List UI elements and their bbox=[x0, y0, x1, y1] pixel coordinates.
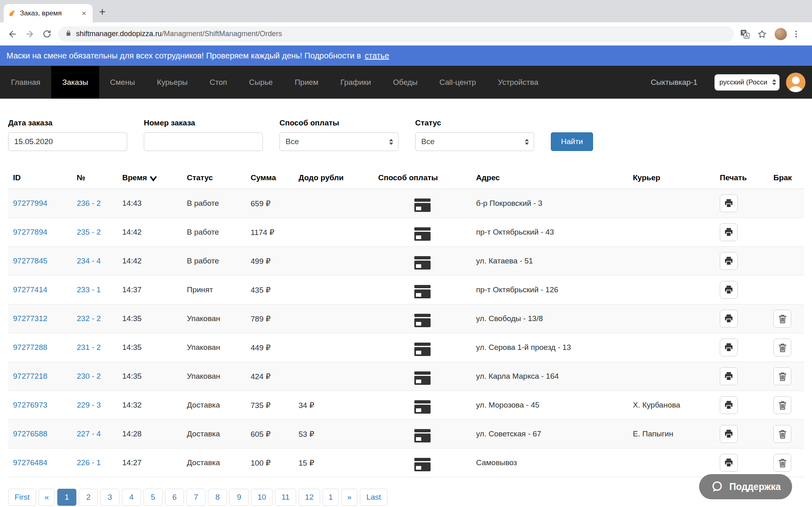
nav-item-0[interactable]: Главная bbox=[0, 66, 51, 99]
nav-item-2[interactable]: Смены bbox=[99, 66, 146, 99]
defect-trash-button[interactable] bbox=[773, 310, 791, 328]
header-time[interactable]: Время bbox=[117, 173, 182, 189]
order-number-link[interactable]: 231 - 2 bbox=[77, 343, 101, 352]
page-button-11[interactable]: 11 bbox=[275, 489, 296, 506]
bookmark-star-icon[interactable] bbox=[755, 27, 769, 41]
page-button-10[interactable]: 10 bbox=[251, 489, 273, 506]
order-id-link[interactable]: 97276588 bbox=[13, 429, 48, 438]
page-button-First[interactable]: First bbox=[8, 489, 36, 506]
order-number-link[interactable]: 226 - 1 bbox=[77, 458, 101, 467]
url-bar[interactable]: shiftmanager.dodopizza.ru/Managment/Shif… bbox=[58, 26, 734, 42]
status-select[interactable]: Все bbox=[415, 132, 534, 151]
nav-item-9[interactable]: Call-центр bbox=[429, 66, 487, 99]
order-number-link[interactable]: 234 - 4 bbox=[77, 257, 101, 265]
print-button[interactable] bbox=[720, 223, 738, 241]
order-id-link[interactable]: 97277994 bbox=[13, 199, 48, 207]
order-id-link[interactable]: 97277845 bbox=[13, 257, 48, 265]
select-steppers-icon bbox=[389, 139, 393, 145]
order-id-link[interactable]: 97276973 bbox=[13, 401, 48, 409]
new-tab-button[interactable]: + bbox=[99, 6, 106, 17]
print-button[interactable] bbox=[720, 339, 738, 356]
page-button-8[interactable]: 8 bbox=[208, 489, 227, 506]
print-button[interactable] bbox=[720, 367, 738, 385]
page-button-1[interactable]: 1 bbox=[57, 489, 76, 506]
page-button-12[interactable]: 12 bbox=[299, 489, 320, 506]
order-number-link[interactable]: 230 - 2 bbox=[77, 372, 101, 380]
browser-menu-icon[interactable] bbox=[789, 27, 803, 41]
order-dodo-rubles bbox=[294, 304, 373, 333]
nav-item-8[interactable]: Обеды bbox=[382, 66, 428, 99]
nav-item-6[interactable]: Прием bbox=[284, 66, 329, 99]
card-payment-icon bbox=[414, 429, 431, 442]
card-payment-icon bbox=[414, 371, 431, 385]
card-payment-icon bbox=[414, 343, 431, 356]
order-time: 14:32 bbox=[117, 391, 182, 420]
unit-name: Сыктывкар-1 bbox=[651, 78, 697, 87]
page-button-x[interactable]: « bbox=[39, 489, 55, 506]
order-id-link[interactable]: 97277894 bbox=[13, 228, 48, 236]
order-id-link[interactable]: 97277312 bbox=[13, 314, 48, 323]
order-number-link[interactable]: 235 - 2 bbox=[77, 228, 101, 236]
order-courier bbox=[628, 449, 715, 477]
print-button[interactable] bbox=[720, 194, 738, 212]
defect-trash-button[interactable] bbox=[773, 425, 791, 443]
order-dodo-rubles: 34 ₽ bbox=[294, 391, 373, 420]
order-address: ул. Катаева - 51 bbox=[471, 247, 628, 276]
order-number-link[interactable]: 233 - 1 bbox=[77, 285, 101, 294]
defect-trash-button[interactable] bbox=[773, 396, 791, 414]
nav-item-4[interactable]: Стоп bbox=[199, 66, 238, 99]
order-time: 14:35 bbox=[117, 304, 182, 333]
tab-close-icon[interactable]: × bbox=[80, 9, 88, 18]
order-status: В работе bbox=[182, 218, 246, 247]
browser-profile-avatar[interactable] bbox=[775, 28, 787, 40]
page-button-Last[interactable]: Last bbox=[360, 489, 388, 506]
order-id-link[interactable]: 97277218 bbox=[13, 372, 48, 380]
page-button-x[interactable]: » bbox=[341, 489, 357, 506]
order-sum: 449 ₽ bbox=[246, 333, 294, 362]
print-button[interactable] bbox=[720, 396, 738, 414]
nav-item-1[interactable]: Заказы bbox=[51, 66, 99, 99]
order-number-link[interactable]: 227 - 4 bbox=[77, 429, 101, 438]
order-date-input[interactable] bbox=[8, 132, 127, 151]
nav-item-10[interactable]: Устройства bbox=[487, 66, 549, 99]
defect-trash-button[interactable] bbox=[773, 367, 791, 385]
payment-method-select[interactable]: Все bbox=[279, 132, 398, 151]
order-number-link[interactable]: 229 - 3 bbox=[77, 401, 101, 409]
support-button[interactable]: Поддержка bbox=[699, 474, 792, 499]
page-button-9[interactable]: 9 bbox=[230, 489, 249, 506]
order-id-link[interactable]: 97277414 bbox=[13, 285, 48, 294]
nav-item-3[interactable]: Курьеры bbox=[146, 66, 199, 99]
order-id-link[interactable]: 97276484 bbox=[13, 458, 48, 467]
print-button[interactable] bbox=[720, 252, 738, 270]
banner-article-link[interactable]: статье bbox=[365, 51, 389, 60]
card-payment-icon bbox=[414, 285, 431, 298]
nav-item-5[interactable]: Сырье bbox=[238, 66, 284, 99]
page-button-3[interactable]: 3 bbox=[100, 489, 119, 506]
translate-icon[interactable] bbox=[738, 27, 752, 41]
page-button-6[interactable]: 6 bbox=[165, 489, 184, 506]
defect-trash-button[interactable] bbox=[773, 339, 791, 356]
print-button[interactable] bbox=[720, 425, 738, 443]
defect-trash-button[interactable] bbox=[773, 454, 791, 472]
order-number-link[interactable]: 232 - 2 bbox=[77, 314, 101, 323]
order-number-input[interactable] bbox=[144, 132, 263, 151]
page-button-2[interactable]: 2 bbox=[79, 489, 98, 506]
print-button[interactable] bbox=[720, 310, 738, 328]
page-button-1[interactable]: 1 bbox=[323, 489, 339, 506]
page-button-7[interactable]: 7 bbox=[186, 489, 206, 506]
order-dodo-rubles bbox=[294, 362, 373, 391]
page-button-5[interactable]: 5 bbox=[143, 489, 162, 506]
nav-item-7[interactable]: Графики bbox=[329, 66, 382, 99]
order-id-link[interactable]: 97277288 bbox=[13, 343, 48, 352]
print-button[interactable] bbox=[720, 454, 738, 472]
print-button[interactable] bbox=[720, 281, 738, 299]
forward-icon[interactable] bbox=[23, 27, 37, 41]
search-button[interactable]: Найти bbox=[551, 132, 593, 151]
page-button-4[interactable]: 4 bbox=[122, 489, 141, 506]
reload-icon[interactable] bbox=[40, 27, 54, 41]
browser-tab[interactable]: Заказ, время × bbox=[4, 4, 93, 22]
back-icon[interactable] bbox=[6, 27, 19, 41]
language-select[interactable]: русский (Росси bbox=[715, 74, 780, 91]
order-number-link[interactable]: 236 - 2 bbox=[77, 199, 101, 207]
user-avatar[interactable] bbox=[786, 73, 806, 92]
